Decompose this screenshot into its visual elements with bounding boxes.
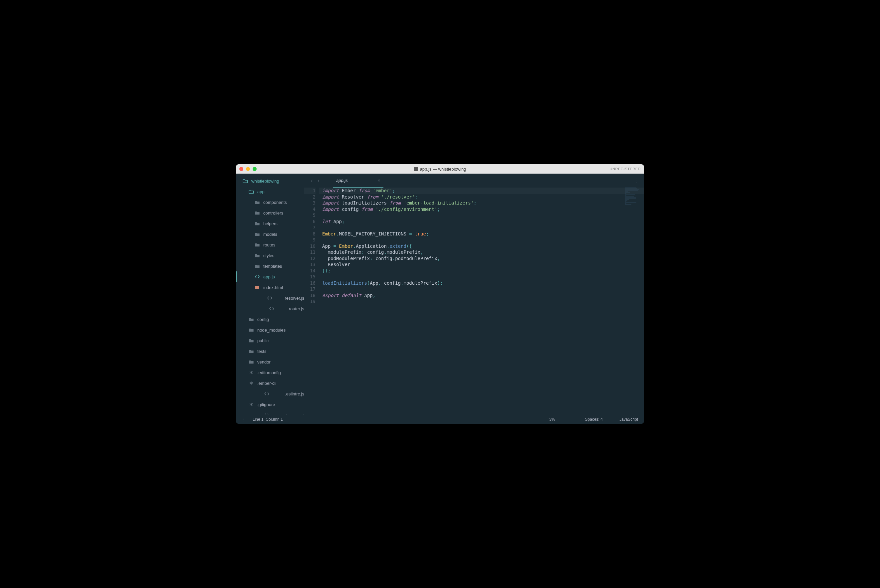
sidebar-item-label: public xyxy=(257,338,269,343)
code-line[interactable] xyxy=(322,225,644,231)
sidebar-item-label: config xyxy=(257,317,269,322)
window-title-text: app.js — whistleblowing xyxy=(420,166,466,172)
code-line[interactable]: Resolver xyxy=(322,261,644,268)
sidebar-item-label: helpers xyxy=(263,221,278,226)
nav-forward-icon[interactable]: › xyxy=(316,177,321,184)
code-icon xyxy=(249,392,281,396)
sidebar-item-vendor[interactable]: vendor xyxy=(236,357,304,367)
code-icon xyxy=(254,296,281,300)
code-line[interactable] xyxy=(322,212,644,219)
tab-app-js[interactable]: app.js × xyxy=(333,174,384,188)
code-line[interactable]: let App; xyxy=(322,219,644,225)
window-controls xyxy=(239,167,257,171)
folder-icon xyxy=(249,349,254,354)
sidebar[interactable]: whistleblowing app componentscontrollers… xyxy=(236,174,304,414)
sidebar-item-models[interactable]: models xyxy=(236,229,304,240)
code-line[interactable]: import config from './config/environment… xyxy=(322,206,644,213)
code-line[interactable]: loadInitializers(App, config.modulePrefi… xyxy=(322,280,644,286)
code-line[interactable]: import Ember from 'ember'; xyxy=(319,188,644,194)
cursor-position[interactable]: Line 1, Column 1 xyxy=(253,417,283,422)
titlebar: app.js — whistleblowing UNREGISTERED xyxy=(236,164,644,174)
nav-back-icon[interactable]: ‹ xyxy=(310,177,314,184)
code-line[interactable]: }); xyxy=(322,268,644,274)
sidebar-item-public[interactable]: public xyxy=(236,335,304,346)
sidebar-item--editorconfig[interactable]: .editorconfig xyxy=(236,367,304,378)
editor-window: app.js — whistleblowing UNREGISTERED whi… xyxy=(236,164,644,424)
more-menu-icon[interactable]: ⋮ xyxy=(633,178,639,184)
line-gutter: 12345678910111213141516171819 xyxy=(304,188,319,414)
code-line[interactable]: export default App; xyxy=(322,292,644,298)
code-line[interactable] xyxy=(322,274,644,280)
sidebar-item--ember-cli[interactable]: .ember-cli xyxy=(236,378,304,388)
code-line[interactable]: App = Ember.Application.extend({ xyxy=(322,243,644,249)
close-window-icon[interactable] xyxy=(239,167,243,171)
sidebar-item-label: resolver.js xyxy=(284,296,304,301)
sidebar-item-templates[interactable]: templates xyxy=(236,261,304,272)
code-line[interactable]: Ember.MODEL_FACTORY_INJECTIONS = true; xyxy=(322,231,644,237)
sidebar-item-label: templates xyxy=(263,264,282,269)
code-line[interactable]: podModulePrefix: config.podModulePrefix, xyxy=(322,255,644,262)
tab-label: app.js xyxy=(336,178,348,183)
minimap[interactable] xyxy=(625,188,641,207)
code-line[interactable] xyxy=(322,237,644,243)
sidebar-item--travis-yml[interactable]: .travis.yml xyxy=(236,410,304,414)
sidebar-item-label: node_modules xyxy=(257,328,286,333)
code-line[interactable] xyxy=(322,298,644,304)
sidebar-item-resolver-js[interactable]: resolver.js xyxy=(236,292,304,303)
code-line[interactable]: import loadInitializers from 'ember-load… xyxy=(322,200,644,206)
code-line[interactable]: modulePrefix: config.modulePrefix, xyxy=(322,249,644,255)
minimize-window-icon[interactable] xyxy=(246,167,250,171)
close-tab-icon[interactable]: × xyxy=(378,178,381,183)
folder-icon xyxy=(254,264,260,268)
folder-icon xyxy=(249,328,254,332)
sidebar-item-styles[interactable]: styles xyxy=(236,250,304,261)
asterisk-icon xyxy=(249,370,254,375)
svg-rect-0 xyxy=(255,286,259,286)
status-menu-icon[interactable]: ⋮ xyxy=(242,417,246,422)
sidebar-item-components[interactable]: components xyxy=(236,197,304,207)
sidebar-item-label: tests xyxy=(257,349,266,354)
folder-icon xyxy=(254,253,260,258)
sidebar-root-label: whistleblowing xyxy=(251,178,279,184)
sidebar-item-app[interactable]: app xyxy=(236,186,304,197)
sidebar-item-label: router.js xyxy=(289,306,304,311)
folder-icon xyxy=(249,317,254,322)
sidebar-item-label: index.html xyxy=(263,285,283,290)
sidebar-item-label: .eslintrc.js xyxy=(285,392,304,396)
html-icon xyxy=(254,285,260,290)
file-icon xyxy=(414,167,418,171)
sidebar-item-config[interactable]: config xyxy=(236,314,304,325)
window-title: app.js — whistleblowing xyxy=(414,166,466,172)
folder-open-icon xyxy=(243,178,248,183)
sidebar-item-controllers[interactable]: controllers xyxy=(236,207,304,218)
maximize-window-icon[interactable] xyxy=(253,167,257,171)
code-content[interactable]: import Ember from 'ember';import Resolve… xyxy=(319,188,644,414)
unregistered-label: UNREGISTERED xyxy=(610,167,641,171)
folder-icon xyxy=(249,360,254,364)
folder-icon xyxy=(254,210,260,215)
code-line[interactable] xyxy=(322,286,644,292)
sidebar-item-router-js[interactable]: router.js xyxy=(236,303,304,314)
sidebar-root[interactable]: whistleblowing xyxy=(236,176,304,186)
folder-icon xyxy=(254,200,260,204)
sidebar-item-app-js[interactable]: app.js xyxy=(236,272,304,282)
sidebar-item-label: routes xyxy=(263,243,275,248)
sidebar-item-tests[interactable]: tests xyxy=(236,346,304,357)
sidebar-item-routes[interactable]: routes xyxy=(236,240,304,250)
tabbar: ‹ › app.js × ⋮ xyxy=(304,174,644,188)
svg-rect-1 xyxy=(255,287,259,288)
sidebar-item-node_modules[interactable]: node_modules xyxy=(236,325,304,335)
code-icon xyxy=(254,306,286,311)
language-mode[interactable]: JavaScript xyxy=(620,417,638,422)
sidebar-item--gitignore[interactable]: .gitignore xyxy=(236,399,304,410)
asterisk-icon xyxy=(249,402,254,407)
sidebar-item-label: controllers xyxy=(263,210,283,216)
code-line[interactable]: import Resolver from './resolver'; xyxy=(322,194,644,200)
sidebar-item-label: models xyxy=(263,232,277,237)
sidebar-item-helpers[interactable]: helpers xyxy=(236,218,304,229)
sidebar-item--eslintrc-js[interactable]: .eslintrc.js xyxy=(236,388,304,399)
sidebar-item-label: styles xyxy=(263,253,274,258)
sidebar-item-index-html[interactable]: index.html xyxy=(236,282,304,292)
code-editor[interactable]: 12345678910111213141516171819 import Emb… xyxy=(304,188,644,414)
indent-setting[interactable]: Spaces: 4 xyxy=(585,417,603,422)
